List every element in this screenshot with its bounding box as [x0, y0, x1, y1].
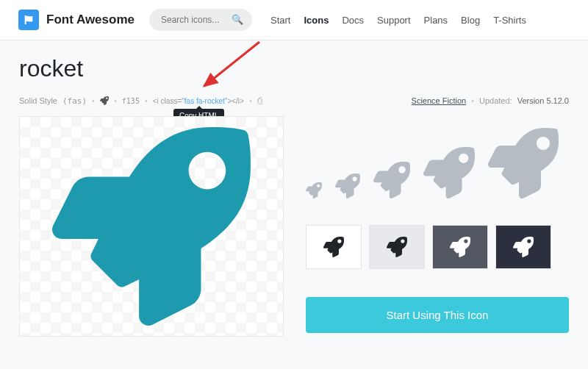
size-sm-icon[interactable] [335, 173, 360, 198]
nav-icons[interactable]: Icons [304, 15, 329, 26]
style-label: Solid Style [19, 96, 57, 105]
rocket-icon[interactable] [100, 96, 109, 105]
site-header: Font Awesome 🔍 Start Icons Docs Support … [0, 0, 588, 40]
search-icon[interactable]: 🔍 [232, 14, 243, 25]
size-md-icon[interactable] [373, 162, 410, 198]
size-scale-row [306, 123, 569, 204]
color-variant-lightgray[interactable] [369, 225, 425, 269]
separator: • [114, 96, 117, 105]
category-link[interactable]: Science Fiction [412, 96, 467, 105]
download-icon[interactable]: ⎙ [257, 96, 262, 106]
search-box: 🔍 [149, 9, 252, 31]
size-xs-icon[interactable] [306, 182, 322, 198]
icon-meta-bar: Solid Style (fas) • • f135 • <i class="f… [19, 96, 569, 106]
separator: • [249, 96, 252, 105]
separator: • [145, 96, 148, 105]
color-variant-white[interactable] [306, 225, 362, 269]
start-using-button[interactable]: Start Using This Icon [306, 297, 569, 333]
nav-blog[interactable]: Blog [461, 15, 480, 26]
nav-tshirts[interactable]: T-Shirts [493, 15, 526, 26]
style-code: (fas) [62, 96, 87, 106]
icon-preview [19, 116, 284, 337]
color-variant-darkgray[interactable] [432, 225, 488, 269]
brand-name: Font Awesome [46, 12, 135, 27]
updated-label: Updated: [479, 96, 512, 105]
page-title: rocket [19, 55, 569, 82]
color-variants-row [306, 225, 569, 269]
color-variant-navy[interactable] [495, 225, 551, 269]
main-nav: Start Icons Docs Support Plans Blog T-Sh… [270, 15, 526, 26]
size-xl-icon[interactable] [488, 128, 559, 198]
nav-support[interactable]: Support [377, 15, 411, 26]
logo-icon[interactable] [18, 10, 39, 30]
separator: • [92, 96, 95, 105]
nav-start[interactable]: Start [270, 15, 290, 26]
rocket-icon-large [52, 127, 251, 326]
version-text: Version 5.12.0 [517, 96, 569, 105]
nav-docs[interactable]: Docs [342, 15, 364, 26]
separator: • [471, 96, 474, 105]
html-snippet[interactable]: <i class="fas fa-rocket"></i> [153, 97, 244, 105]
unicode-code[interactable]: f135 [122, 97, 140, 105]
nav-plans[interactable]: Plans [424, 15, 448, 26]
size-lg-icon[interactable] [423, 147, 475, 198]
